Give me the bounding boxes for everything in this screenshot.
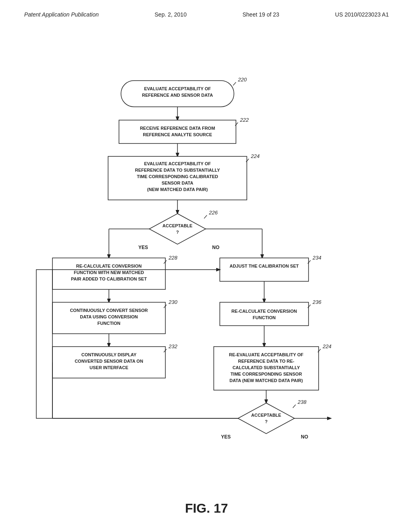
svg-text:224: 224	[250, 153, 260, 159]
svg-text:DATA USING CONVERSION: DATA USING CONVERSION	[80, 314, 138, 319]
flowchart-diagram: EVALUATE ACCEPTABILITY OF REFERENCE AND …	[0, 28, 413, 512]
node-224: EVALUATE ACCEPTABILITY OF REFERENCE DATA…	[108, 153, 260, 200]
svg-text:(NEW MATCHED DATA PAIR): (NEW MATCHED DATA PAIR)	[147, 187, 208, 192]
node-230: CONTINUOUSLY CONVERT SENSOR DATA USING C…	[52, 299, 177, 334]
svg-text:RE-CALCULATE CONVERSION: RE-CALCULATE CONVERSION	[232, 309, 297, 314]
svg-text:NO: NO	[212, 245, 219, 250]
svg-text:TIME CORRESPONDING CALIBRATED: TIME CORRESPONDING CALIBRATED	[137, 174, 218, 179]
svg-text:DATA (NEW MATCHED DATA PAIR): DATA (NEW MATCHED DATA PAIR)	[229, 378, 303, 383]
svg-marker-72	[238, 403, 294, 434]
node-226: ACCEPTABLE ? 226	[149, 210, 218, 244]
svg-text:REFERENCE ANALYTE SOURCE: REFERENCE ANALYTE SOURCE	[143, 132, 212, 137]
svg-text:220: 220	[238, 77, 247, 83]
svg-text:NO: NO	[301, 434, 308, 440]
svg-text:?: ?	[176, 230, 179, 235]
header-sheet: Sheet 19 of 23	[242, 11, 279, 18]
svg-text:PAIR ADDED TO CALIBRATION SET: PAIR ADDED TO CALIBRATION SET	[71, 276, 147, 281]
svg-text:ACCEPTABLE: ACCEPTABLE	[163, 223, 192, 228]
svg-text:234: 234	[312, 255, 321, 261]
node-224b: RE-EVALUATE ACCEPTABILITY OF REFERENCE D…	[214, 343, 332, 390]
svg-text:RE-CALCULATE CONVERSION: RE-CALCULATE CONVERSION	[76, 264, 142, 268]
svg-text:ACCEPTABLE: ACCEPTABLE	[251, 413, 281, 418]
node-232: CONTINUOUSLY DISPLAY CONVERTED SENSOR DA…	[52, 343, 177, 378]
svg-text:CONVERTED SENSOR DATA ON: CONVERTED SENSOR DATA ON	[75, 359, 143, 364]
svg-text:CONTINUOUSLY CONVERT SENSOR: CONTINUOUSLY CONVERT SENSOR	[70, 308, 148, 313]
svg-text:YES: YES	[221, 434, 231, 440]
svg-text:TIME CORRESPONDING SENSOR: TIME CORRESPONDING SENSOR	[230, 372, 302, 376]
svg-text:RE-EVALUATE ACCEPTABILITY OF: RE-EVALUATE ACCEPTABILITY OF	[229, 352, 304, 357]
svg-text:238: 238	[297, 399, 307, 405]
svg-text:ADJUST THE CALIBRATION SET: ADJUST THE CALIBRATION SET	[229, 264, 299, 268]
page: Patent Application Publication Sep. 2, 2…	[0, 0, 413, 532]
svg-text:222: 222	[240, 117, 249, 123]
page-header: Patent Application Publication Sep. 2, 2…	[0, 0, 413, 22]
svg-line-4	[233, 82, 236, 85]
svg-text:CONTINUOUSLY DISPLAY: CONTINUOUSLY DISPLAY	[81, 352, 137, 357]
svg-text:?: ?	[265, 419, 268, 424]
svg-line-25	[204, 215, 207, 218]
svg-line-76	[293, 405, 296, 408]
node-234: ADJUST THE CALIBRATION SET 234	[220, 255, 321, 281]
node-222: RECEIVE REFERENCE DATA FROM REFERENCE AN…	[119, 117, 249, 143]
svg-marker-21	[149, 214, 206, 244]
svg-text:REFERENCE DATA TO RE-: REFERENCE DATA TO RE-	[238, 359, 294, 364]
svg-text:228: 228	[168, 255, 177, 261]
svg-text:RECEIVE REFERENCE DATA FROM: RECEIVE REFERENCE DATA FROM	[140, 126, 215, 131]
svg-text:EVALUATE ACCEPTABILITY OF: EVALUATE ACCEPTABILITY OF	[144, 161, 211, 166]
svg-text:REFERENCE AND SENSOR DATA: REFERENCE AND SENSOR DATA	[142, 93, 213, 98]
svg-rect-6	[119, 120, 236, 143]
node-228: RE-CALCULATE CONVERSION FUNCTION WITH NE…	[52, 255, 177, 289]
svg-text:REFERENCE DATA TO SUBSTANTIALL: REFERENCE DATA TO SUBSTANTIALLY	[135, 168, 220, 172]
svg-text:SENSOR DATA: SENSOR DATA	[162, 181, 193, 185]
svg-text:FUNCTION WITH NEW MATCHED: FUNCTION WITH NEW MATCHED	[74, 270, 144, 275]
svg-text:224: 224	[322, 343, 332, 349]
header-patent: US 2010/0223023 A1	[335, 11, 389, 18]
svg-text:FUNCTION: FUNCTION	[98, 321, 121, 326]
svg-text:236: 236	[312, 299, 321, 305]
svg-text:226: 226	[209, 210, 218, 216]
svg-text:FUNCTION: FUNCTION	[253, 315, 276, 320]
svg-text:EVALUATE ACCEPTABILITY OF: EVALUATE ACCEPTABILITY OF	[144, 86, 211, 91]
svg-rect-38	[220, 258, 309, 281]
node-220: EVALUATE ACCEPTABILITY OF REFERENCE AND …	[121, 77, 247, 107]
node-238: ACCEPTABLE ? 238	[238, 399, 307, 434]
svg-text:230: 230	[168, 299, 177, 305]
header-left: Patent Application Publication	[24, 11, 99, 18]
node-236: RE-CALCULATE CONVERSION FUNCTION 236	[220, 299, 321, 326]
figure-label: FIG. 17	[185, 501, 228, 516]
svg-text:CALCULATED SUBSTANTIALLY: CALCULATED SUBSTANTIALLY	[232, 365, 300, 370]
svg-rect-50	[220, 302, 309, 326]
svg-text:YES: YES	[138, 245, 148, 250]
svg-text:USER INTERFACE: USER INTERFACE	[90, 365, 128, 370]
header-date: Sep. 2, 2010	[154, 11, 186, 18]
svg-text:232: 232	[168, 343, 177, 349]
